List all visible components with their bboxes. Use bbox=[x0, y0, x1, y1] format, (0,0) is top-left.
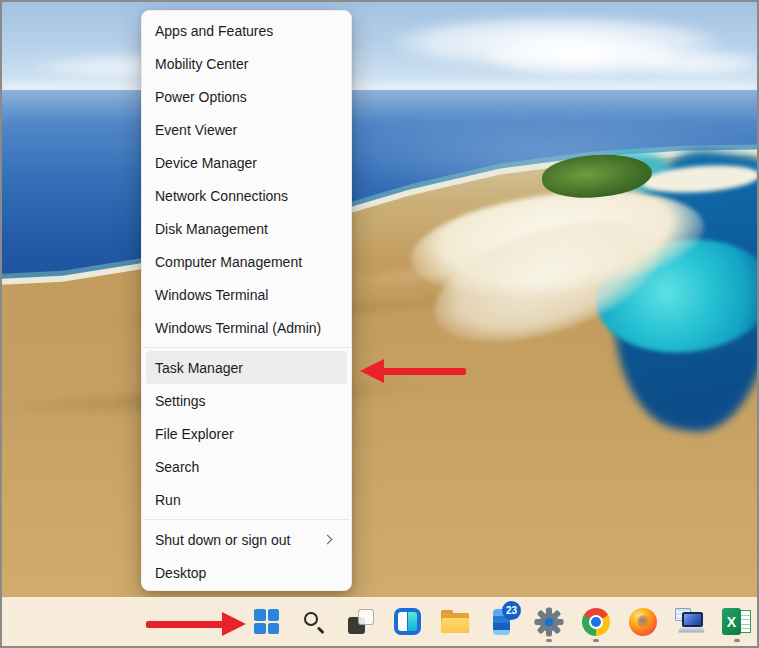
menu-item-apps-and-features[interactable]: Apps and Features bbox=[146, 14, 347, 47]
start-button[interactable] bbox=[243, 598, 290, 645]
windows11-desktop-screenshot: Apps and Features Mobility Center Power … bbox=[0, 0, 759, 648]
menu-item-label: Event Viewer bbox=[155, 122, 337, 138]
firefox-button[interactable] bbox=[619, 598, 666, 645]
menu-item-desktop[interactable]: Desktop bbox=[146, 556, 347, 589]
search-button[interactable] bbox=[290, 598, 337, 645]
menu-item-run[interactable]: Run bbox=[146, 483, 347, 516]
excel-icon: X bbox=[722, 608, 751, 635]
menu-item-windows-terminal[interactable]: Windows Terminal bbox=[146, 278, 347, 311]
widgets-icon bbox=[394, 608, 421, 635]
file-explorer-button[interactable] bbox=[431, 598, 478, 645]
menu-item-shut-down-or-sign-out[interactable]: Shut down or sign out bbox=[146, 523, 347, 556]
menu-separator bbox=[143, 347, 350, 348]
menu-item-windows-terminal-admin[interactable]: Windows Terminal (Admin) bbox=[146, 311, 347, 344]
annotation-arrow-to-task-manager bbox=[360, 358, 468, 384]
menu-item-settings[interactable]: Settings bbox=[146, 384, 347, 417]
menu-item-label: Power Options bbox=[155, 89, 337, 105]
settings-button[interactable] bbox=[525, 598, 572, 645]
running-indicator bbox=[734, 639, 740, 642]
excel-button[interactable]: X bbox=[713, 598, 759, 645]
remote-desktop-button[interactable] bbox=[666, 598, 713, 645]
annotation-arrow-to-start-button bbox=[146, 611, 246, 637]
running-indicator bbox=[546, 639, 552, 642]
gear-icon bbox=[534, 607, 564, 637]
chrome-button[interactable] bbox=[572, 598, 619, 645]
menu-item-label: Desktop bbox=[155, 565, 337, 581]
menu-item-label: Windows Terminal (Admin) bbox=[155, 320, 337, 336]
arrow-shaft bbox=[146, 621, 223, 628]
arrow-shaft bbox=[382, 368, 466, 375]
menu-item-mobility-center[interactable]: Mobility Center bbox=[146, 47, 347, 80]
wallpaper-cloud bbox=[622, 50, 757, 76]
menu-item-task-manager[interactable]: Task Manager bbox=[146, 351, 347, 384]
menu-item-file-explorer[interactable]: File Explorer bbox=[146, 417, 347, 450]
menu-item-power-options[interactable]: Power Options bbox=[146, 80, 347, 113]
menu-separator bbox=[143, 519, 350, 520]
menu-item-network-connections[interactable]: Network Connections bbox=[146, 179, 347, 212]
menu-item-label: Computer Management bbox=[155, 254, 337, 270]
menu-item-label: Apps and Features bbox=[155, 23, 337, 39]
menu-item-label: Run bbox=[155, 492, 337, 508]
notification-badge: 23 bbox=[502, 601, 521, 620]
menu-item-disk-management[interactable]: Disk Management bbox=[146, 212, 347, 245]
widgets-button[interactable] bbox=[384, 598, 431, 645]
task-view-icon bbox=[348, 609, 374, 634]
menu-item-label: Device Manager bbox=[155, 155, 337, 171]
excel-x-glyph: X bbox=[722, 608, 741, 635]
menu-item-search[interactable]: Search bbox=[146, 450, 347, 483]
windows-start-icon bbox=[254, 609, 279, 634]
menu-item-event-viewer[interactable]: Event Viewer bbox=[146, 113, 347, 146]
menu-item-label: Settings bbox=[155, 393, 337, 409]
arrow-head bbox=[222, 612, 246, 636]
menu-item-label: Disk Management bbox=[155, 221, 337, 237]
desktop-wallpaper[interactable] bbox=[2, 2, 757, 597]
taskbar: 23 bbox=[2, 597, 757, 646]
menu-item-label: Search bbox=[155, 459, 337, 475]
menu-item-label: Shut down or sign out bbox=[155, 532, 324, 548]
menu-item-device-manager[interactable]: Device Manager bbox=[146, 146, 347, 179]
arrow-head bbox=[360, 359, 384, 383]
chevron-right-icon bbox=[323, 535, 333, 545]
taskbar-icon-row: 23 bbox=[243, 597, 759, 646]
menu-item-label: File Explorer bbox=[155, 426, 337, 442]
chrome-icon bbox=[582, 608, 610, 636]
phone-link-button[interactable]: 23 bbox=[478, 598, 525, 645]
phone-link-icon: 23 bbox=[493, 609, 510, 635]
file-explorer-folder-icon bbox=[441, 610, 469, 633]
remote-desktop-icon bbox=[674, 608, 705, 636]
menu-item-label: Network Connections bbox=[155, 188, 337, 204]
winx-quick-link-menu: Apps and Features Mobility Center Power … bbox=[141, 10, 352, 591]
menu-item-label: Windows Terminal bbox=[155, 287, 337, 303]
search-icon bbox=[302, 610, 326, 634]
menu-item-label: Mobility Center bbox=[155, 56, 337, 72]
firefox-icon bbox=[629, 608, 657, 636]
running-indicator bbox=[593, 639, 599, 642]
menu-item-label: Task Manager bbox=[155, 360, 337, 376]
task-view-button[interactable] bbox=[337, 598, 384, 645]
menu-item-computer-management[interactable]: Computer Management bbox=[146, 245, 347, 278]
